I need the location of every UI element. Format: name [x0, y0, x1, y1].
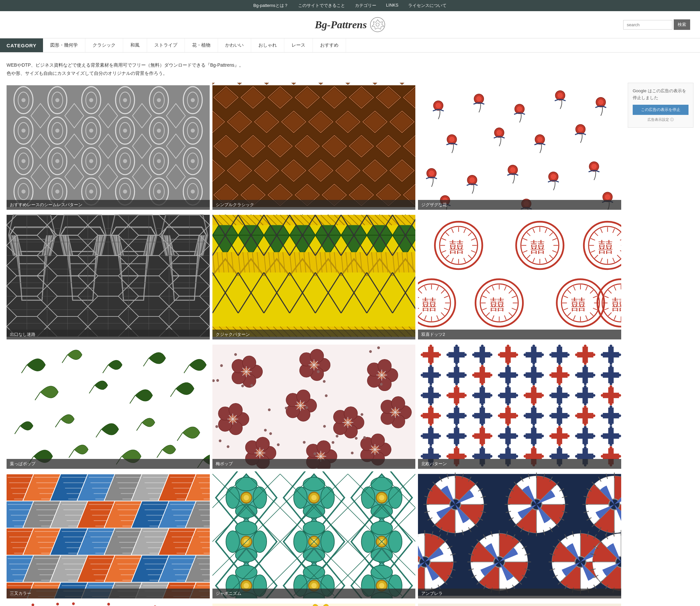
- svg-point-352: [584, 405, 587, 408]
- pattern-item[interactable]: 葉っぱポップ: [6, 342, 210, 469]
- svg-point-320: [584, 385, 587, 388]
- svg-point-287: [567, 374, 570, 376]
- svg-point-272: [481, 365, 484, 367]
- svg-point-438: [389, 487, 402, 509]
- svg-point-388: [610, 426, 612, 428]
- pattern-item[interactable]: 北欧パターン: [418, 342, 621, 469]
- svg-point-406: [498, 455, 501, 458]
- svg-point-75: [191, 190, 195, 194]
- svg-point-215: [305, 406, 308, 409]
- svg-point-427: [235, 505, 257, 518]
- pattern-canvas: [418, 83, 621, 210]
- svg-point-227: [369, 350, 372, 353]
- svg-point-360: [429, 426, 432, 428]
- nav-license[interactable]: ライセンスについて: [408, 3, 446, 8]
- pattern-label: ジグザグな花: [418, 200, 621, 210]
- pattern-item[interactable]: ジグザグな花: [418, 83, 621, 210]
- pattern-item[interactable]: ひまわり: [212, 601, 416, 606]
- pattern-item[interactable]: 梅ポップ: [212, 342, 416, 469]
- pattern-item[interactable]: 出口なし迷路: [6, 212, 210, 340]
- svg-point-83: [517, 107, 522, 112]
- nav-features[interactable]: このサイトでできること: [298, 3, 345, 8]
- cat-cute[interactable]: かわいい: [218, 39, 251, 52]
- pattern-item[interactable]: クジャクパターン: [212, 212, 416, 340]
- cat-classic[interactable]: クラシック: [85, 39, 123, 52]
- svg-point-253: [558, 362, 561, 365]
- svg-point-57: [191, 159, 195, 163]
- svg-point-260: [610, 344, 612, 347]
- svg-point-237: [456, 362, 458, 365]
- svg-point-208: [269, 432, 272, 435]
- cat-recommended[interactable]: おすすめ: [313, 39, 346, 52]
- pattern-label: アンブレラ: [418, 589, 621, 599]
- pattern-item[interactable]: アンブレラ: [418, 471, 621, 599]
- svg-point-307: [490, 394, 492, 397]
- svg-point-284: [558, 365, 561, 367]
- ad-settings[interactable]: 広告表示設定 ⓘ: [633, 117, 689, 123]
- svg-point-396: [456, 446, 458, 449]
- svg-point-336: [481, 405, 484, 408]
- svg-point-187: [256, 437, 269, 450]
- svg-text:囍: 囍: [612, 297, 621, 313]
- cat-geometry[interactable]: 図形・幾何学: [43, 39, 85, 52]
- svg-point-309: [507, 403, 509, 405]
- svg-point-479: [379, 583, 384, 588]
- pattern-item[interactable]: サークル: [418, 601, 621, 606]
- svg-point-241: [481, 362, 484, 365]
- svg-point-371: [490, 435, 492, 437]
- cat-lace[interactable]: レース: [284, 39, 313, 52]
- svg-point-295: [619, 374, 621, 376]
- cat-floral[interactable]: 花・植物: [185, 39, 218, 52]
- svg-point-60: [21, 190, 25, 194]
- pattern-item[interactable]: ジャポニズム: [212, 471, 416, 599]
- pattern-label: 葉っぱポップ: [6, 459, 210, 469]
- svg-point-428: [226, 487, 239, 509]
- svg-point-353: [584, 423, 587, 426]
- svg-point-316: [558, 385, 561, 388]
- svg-point-327: [619, 394, 621, 397]
- pattern-label: クジャクパターン: [212, 330, 416, 340]
- search-area: 検索: [623, 19, 690, 30]
- svg-point-354: [575, 414, 578, 417]
- nav-about[interactable]: Bg-patternsとは？: [254, 3, 288, 8]
- svg-point-216: [250, 384, 253, 387]
- svg-text:囍: 囍: [422, 297, 437, 313]
- svg-point-374: [498, 435, 501, 437]
- pattern-item[interactable]: ハート: [6, 601, 210, 606]
- svg-point-340: [507, 405, 509, 408]
- svg-point-385: [584, 443, 587, 446]
- svg-point-111: [605, 194, 610, 200]
- pattern-item[interactable]: シンプルクラシック: [212, 83, 416, 210]
- svg-point-365: [456, 443, 458, 446]
- cat-stripe[interactable]: ストライプ: [147, 39, 185, 52]
- svg-point-24: [21, 129, 25, 133]
- svg-point-390: [601, 435, 604, 437]
- ad-stop-button[interactable]: この広告の表示を停止: [633, 105, 689, 115]
- svg-point-366: [446, 435, 449, 437]
- search-input[interactable]: [623, 20, 672, 29]
- svg-point-380: [558, 426, 561, 428]
- pattern-item[interactable]: おすすめレースのシームレスパターン: [6, 83, 210, 210]
- nav-category[interactable]: カテゴリー: [355, 3, 376, 8]
- svg-point-429: [235, 477, 257, 491]
- svg-point-219: [285, 407, 287, 410]
- svg-point-332: [456, 405, 458, 408]
- pattern-canvas: [212, 471, 416, 599]
- cat-stylish[interactable]: おしゃれ: [251, 39, 284, 52]
- pattern-label: 梅ポップ: [212, 459, 416, 469]
- svg-point-456: [389, 531, 402, 553]
- svg-point-252: [558, 344, 561, 347]
- search-button[interactable]: 検索: [674, 19, 690, 30]
- pattern-item[interactable]: 三又カラー: [6, 471, 210, 599]
- svg-point-403: [490, 455, 492, 458]
- pattern-item[interactable]: 囍囍囍囍囍囍囍双喜ドッツ2: [418, 212, 621, 340]
- svg-point-416: [584, 446, 587, 449]
- svg-point-265: [429, 382, 432, 385]
- svg-point-341: [507, 423, 509, 426]
- svg-point-457: [371, 549, 392, 562]
- svg-point-362: [421, 435, 423, 437]
- nav-links[interactable]: LINKS: [386, 3, 399, 8]
- cat-japanese[interactable]: 和風: [123, 39, 147, 52]
- svg-point-275: [490, 374, 492, 376]
- svg-point-423: [619, 455, 621, 458]
